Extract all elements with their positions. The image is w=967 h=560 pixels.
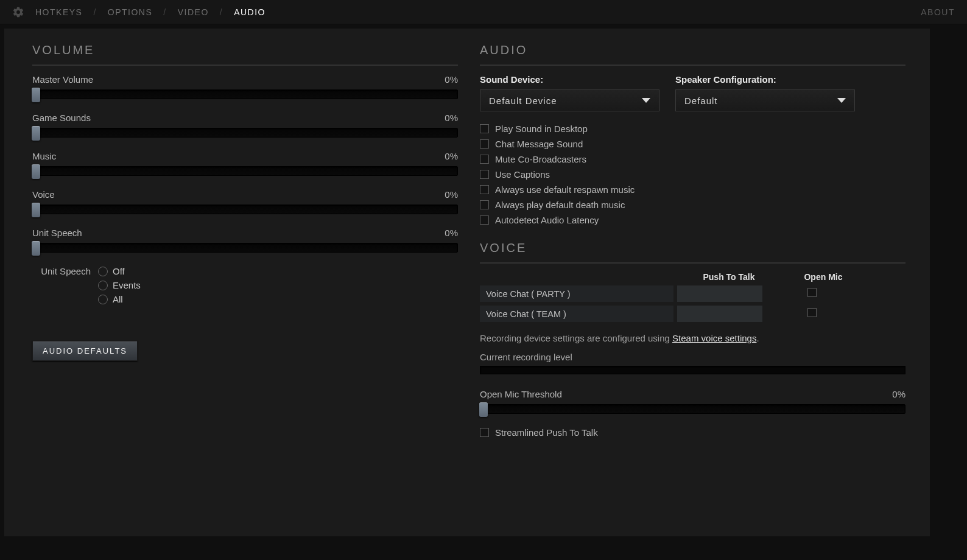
- slider-track[interactable]: [32, 243, 458, 253]
- checkbox[interactable]: [480, 124, 489, 133]
- checkbox[interactable]: [480, 139, 489, 149]
- slider-thumb[interactable]: [32, 164, 40, 179]
- checkbox-label: Mute Co-Broadcasters: [495, 154, 586, 164]
- slider-value: 0%: [892, 389, 905, 399]
- radio-off[interactable]: [98, 267, 108, 276]
- check-default-death-music[interactable]: Always play default death music: [480, 200, 905, 210]
- header-push-to-talk: Push To Talk: [677, 272, 781, 282]
- checkbox-label: Chat Message Sound: [495, 139, 583, 149]
- audio-column: AUDIO Sound Device: Default Device Speak…: [475, 29, 930, 536]
- nav-about[interactable]: ABOUT: [921, 7, 955, 17]
- slider-track[interactable]: [480, 404, 905, 414]
- check-default-respawn-music[interactable]: Always use default respawn music: [480, 184, 905, 195]
- slider-unit-speech: Unit Speech 0%: [32, 228, 458, 253]
- slider-label: Unit Speech: [32, 228, 82, 238]
- recording-note: Recording device settings are configured…: [480, 333, 905, 343]
- slider-label: Game Sounds: [32, 113, 91, 123]
- voice-label: Voice Chat ( TEAM ): [480, 306, 673, 322]
- voice-headers: Push To Talk Open Mic: [480, 272, 905, 282]
- nav-hotkeys[interactable]: HOTKEYS: [35, 7, 82, 17]
- slider-value: 0%: [445, 151, 458, 161]
- settings-panel: VOLUME Master Volume 0% Game Sounds 0% M…: [4, 28, 930, 537]
- check-play-sound-desktop[interactable]: Play Sound in Desktop: [480, 124, 905, 134]
- slider-music: Music 0%: [32, 151, 458, 176]
- check-autodetect-latency[interactable]: Autodetect Audio Latency: [480, 215, 905, 225]
- check-mute-co-broadcasters[interactable]: Mute Co-Broadcasters: [480, 154, 905, 164]
- checkbox-label: Always play default death music: [495, 200, 625, 210]
- checkbox[interactable]: [480, 170, 489, 179]
- speaker-config-field: Speaker Configuration: Default: [675, 74, 855, 111]
- radio-label: Off: [113, 266, 125, 276]
- chevron-down-icon: [642, 98, 650, 103]
- voice-label: Voice Chat ( PARTY ): [480, 285, 673, 302]
- unit-speech-label: Unit Speech: [37, 266, 93, 276]
- check-chat-message-sound[interactable]: Chat Message Sound: [480, 139, 905, 149]
- slider-game-sounds: Game Sounds 0%: [32, 113, 458, 138]
- slider-thumb[interactable]: [32, 88, 40, 102]
- nav-audio[interactable]: AUDIO: [234, 7, 265, 17]
- checkbox[interactable]: [480, 428, 489, 437]
- slider-thumb[interactable]: [32, 241, 40, 256]
- speaker-config-dropdown[interactable]: Default: [675, 89, 855, 111]
- gear-icon[interactable]: [12, 6, 24, 18]
- sound-device-field: Sound Device: Default Device: [480, 74, 659, 111]
- slider-label: Master Volume: [32, 74, 93, 85]
- slider-value: 0%: [445, 189, 458, 200]
- slider-track[interactable]: [32, 128, 458, 138]
- current-recording-level-label: Current recording level: [480, 352, 905, 362]
- audio-defaults-button[interactable]: AUDIO DEFAULTS: [32, 341, 138, 361]
- slider-value: 0%: [445, 113, 458, 123]
- checkbox-label: Streamlined Push To Talk: [495, 427, 598, 438]
- field-label: Sound Device:: [480, 74, 659, 85]
- checkbox[interactable]: [480, 155, 489, 164]
- voice-keybind-team[interactable]: [677, 306, 762, 322]
- slider-open-mic-threshold: Open Mic Threshold 0%: [480, 389, 905, 414]
- voice-keybind-party[interactable]: [677, 285, 762, 302]
- slider-label: Voice: [32, 189, 55, 200]
- slider-thumb[interactable]: [32, 126, 40, 141]
- nav-separator: /: [93, 7, 96, 17]
- header-open-mic: Open Mic: [781, 272, 866, 282]
- steam-voice-settings-link[interactable]: Steam voice settings: [672, 333, 756, 343]
- check-use-captions[interactable]: Use Captions: [480, 169, 905, 180]
- recording-note-pre: Recording device settings are configured…: [480, 333, 672, 343]
- checkbox-open-mic-team[interactable]: [807, 308, 817, 317]
- field-label: Speaker Configuration:: [675, 74, 855, 85]
- slider-thumb[interactable]: [479, 402, 488, 417]
- radio-all[interactable]: [98, 295, 108, 304]
- slider-voice: Voice 0%: [32, 189, 458, 214]
- slider-thumb[interactable]: [32, 203, 40, 217]
- check-streamlined-ptt[interactable]: Streamlined Push To Talk: [480, 427, 905, 438]
- unit-speech-radios: Unit Speech Off Events All: [32, 266, 458, 304]
- voice-row-party: Voice Chat ( PARTY ): [480, 285, 905, 302]
- checkbox[interactable]: [480, 200, 489, 209]
- radio-events[interactable]: [98, 281, 108, 290]
- recording-note-post: .: [756, 333, 759, 343]
- voice-title: VOICE: [480, 236, 905, 264]
- checkbox-label: Use Captions: [495, 169, 550, 180]
- voice-row-team: Voice Chat ( TEAM ): [480, 306, 905, 322]
- dropdown-value: Default: [684, 96, 718, 106]
- nav-separator: /: [220, 7, 223, 17]
- chevron-down-icon: [837, 98, 846, 103]
- nav-separator: /: [163, 7, 166, 17]
- checkbox-label: Play Sound in Desktop: [495, 124, 588, 134]
- checkbox-label: Always use default respawn music: [495, 184, 635, 195]
- slider-value: 0%: [445, 74, 458, 85]
- nav-options[interactable]: OPTIONS: [108, 7, 153, 17]
- audio-checklist: Play Sound in Desktop Chat Message Sound…: [480, 124, 905, 225]
- volume-column: VOLUME Master Volume 0% Game Sounds 0% M…: [4, 29, 475, 536]
- volume-title: VOLUME: [32, 38, 458, 66]
- checkbox[interactable]: [480, 185, 489, 194]
- nav-video[interactable]: VIDEO: [178, 7, 209, 17]
- slider-label: Open Mic Threshold: [480, 389, 562, 399]
- current-recording-level-bar: [480, 366, 905, 374]
- slider-track[interactable]: [32, 205, 458, 214]
- slider-value: 0%: [445, 228, 458, 238]
- sound-device-dropdown[interactable]: Default Device: [480, 89, 659, 111]
- radio-label: All: [113, 294, 123, 304]
- checkbox-open-mic-party[interactable]: [807, 288, 817, 297]
- checkbox[interactable]: [480, 215, 489, 225]
- slider-track[interactable]: [32, 166, 458, 176]
- slider-track[interactable]: [32, 89, 458, 99]
